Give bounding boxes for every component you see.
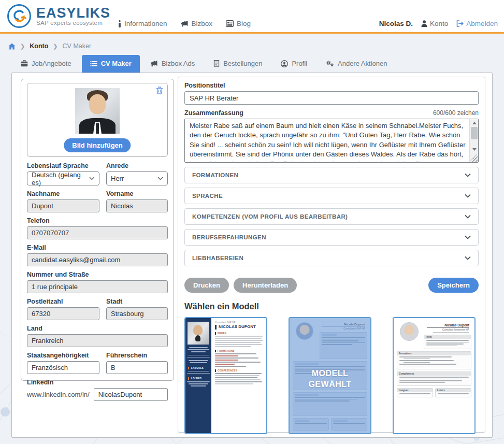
lastname-field[interactable] — [27, 199, 99, 212]
konto-link[interactable]: Konto — [421, 20, 448, 27]
accordion-kompetenzen[interactable]: KOMPETENZEN (VOM PROFIL AUS BEARBEITBAR) — [184, 208, 479, 225]
summary-char-counter: 600/600 zeichen — [433, 109, 479, 117]
newspaper-icon — [226, 20, 234, 27]
scroll-up-arrow[interactable] — [470, 119, 479, 127]
tab-label: Bizbox Ads — [162, 60, 195, 67]
street-field[interactable] — [27, 280, 168, 293]
photo-box: Bild hinzufügen — [27, 83, 168, 157]
cv-language-label: Lebenslauf Sprache — [27, 162, 99, 169]
download-button[interactable]: Herunterladen — [234, 278, 297, 293]
breadcrumb-current: CV Maker — [63, 42, 92, 50]
accordion-sprache[interactable]: SPRACHE — [184, 188, 479, 204]
phone-label: Telefon — [27, 217, 168, 224]
tab-jobangebote[interactable]: JobAngebote — [12, 55, 80, 73]
breadcrumb: ❯ Konto ❯ CV Maker — [8, 42, 91, 50]
save-button[interactable]: Speichern — [428, 278, 479, 293]
scrollbar-thumb[interactable] — [471, 127, 478, 139]
cv-language-value: Deutsch (gelang es) — [32, 171, 89, 187]
accordion-berufserfahrungen[interactable]: BERUFSERFAHRUNGEN — [184, 229, 479, 246]
nav-label: Informationen — [124, 20, 167, 27]
tab-bestellungen[interactable]: Bestellungen — [205, 55, 270, 73]
model1-section-langues: LANGUES — [188, 367, 209, 369]
country-field[interactable] — [27, 334, 168, 347]
tab-profil[interactable]: Profil — [272, 55, 315, 73]
nav-blog[interactable]: Blog — [226, 20, 251, 27]
nationality-field[interactable] — [27, 361, 99, 374]
city-field[interactable] — [106, 307, 168, 320]
phone-field[interactable] — [27, 226, 168, 239]
konto-label: Konto — [430, 20, 448, 27]
cv-model-3[interactable]: Nicolas Dupont Consultant fonctionnel HR… — [393, 317, 476, 434]
accordion-title: SPRACHE — [192, 193, 223, 199]
cv-language-select[interactable]: Deutsch (gelang es) — [27, 171, 99, 185]
content-panel: Bild hinzufügen Lebenslauf Sprache Deuts… — [11, 73, 493, 438]
chevron-down-icon — [465, 235, 471, 239]
accordion-formationen[interactable]: FORMATIONEN — [184, 167, 479, 183]
license-field[interactable] — [106, 361, 168, 374]
nav-informationen[interactable]: Informationen — [118, 20, 167, 27]
add-photo-button[interactable]: Bild hinzufügen — [64, 138, 131, 152]
email-field[interactable] — [27, 253, 168, 266]
model1-photo — [188, 322, 209, 345]
top-nav: Informationen Bizbox Blog — [118, 20, 251, 27]
linkedin-field[interactable] — [94, 388, 168, 401]
zip-field[interactable] — [27, 307, 99, 320]
abmelden-label: Abmelden — [466, 20, 498, 27]
accordion-title: KOMPETENZEN (VOM PROFIL AUS BEARBEITBAR) — [192, 213, 348, 220]
nav-bizbox[interactable]: Bizbox — [181, 20, 213, 27]
resize-grip[interactable] — [470, 154, 478, 162]
tab-label: CV Maker — [101, 60, 132, 67]
profile-photo — [75, 88, 120, 134]
signout-icon — [456, 20, 464, 27]
salutation-select[interactable]: Herr — [106, 171, 168, 185]
briefcase-icon — [21, 60, 28, 67]
cv-editor-card: Positionstitel Zusammenfassung 600/600 z… — [178, 77, 485, 433]
print-button[interactable]: Drucken — [184, 278, 229, 293]
model3-competences-box: Compétences — [397, 371, 471, 386]
nav-label: Bizbox — [192, 20, 213, 27]
position-field[interactable] — [184, 91, 479, 105]
chevron-down-icon — [157, 177, 163, 180]
model-selected-label: MODELL GEWÄHLT — [290, 361, 370, 390]
nav-label: Blog — [237, 20, 251, 27]
tab-andere-aktionen[interactable]: Andere Aktionen — [318, 55, 395, 73]
tab-bizbox-ads[interactable]: Bizbox Ads — [142, 55, 203, 73]
model1-section-loisirs: LOISIRS — [188, 377, 209, 380]
delete-photo-button[interactable] — [156, 87, 163, 94]
model3-section-title: Formations — [397, 352, 471, 355]
home-icon[interactable] — [8, 43, 16, 50]
tab-label: Profil — [292, 60, 307, 67]
breadcrumb-konto[interactable]: Konto — [30, 42, 48, 50]
receipt-icon — [213, 60, 220, 67]
scroll-down-arrow[interactable] — [470, 146, 479, 153]
models-row: LANGUES LOISIRS Consultant SAP HR NICOLA… — [184, 317, 479, 434]
zip-label: Postleitzahl — [27, 298, 99, 305]
accordion-liebhabereien[interactable]: LIEBHABEREIEN — [184, 250, 479, 266]
tab-cv-maker[interactable]: CV Maker — [82, 55, 140, 73]
personal-info-card: Bild hinzufügen Lebenslauf Sprache Deuts… — [21, 79, 174, 381]
list-icon — [90, 61, 97, 67]
user-area: Nicolas D. Konto Abmelden — [379, 20, 498, 27]
brand-tagline: SAP experts ecosystem — [36, 20, 110, 26]
user-name: Nicolas D. — [379, 20, 413, 27]
brand-logo[interactable]: EASYLIKS SAP experts ecosystem — [7, 4, 110, 28]
firstname-field[interactable] — [106, 199, 168, 212]
summary-textarea[interactable]: Meister Rabe saß auf einem Baum und hiel… — [184, 119, 479, 163]
city-label: Stadt — [106, 298, 168, 305]
breadcrumb-separator: ❯ — [20, 43, 25, 50]
abmelden-link[interactable]: Abmelden — [456, 20, 498, 27]
model3-section-title: Profil — [424, 335, 471, 339]
easyliks-logo-icon — [7, 4, 31, 28]
info-icon — [118, 20, 121, 27]
model3-section-title: Compétences — [397, 372, 471, 376]
tab-label: JobAngebote — [32, 60, 71, 67]
linkedin-prefix: www.linkedin.com/in/ — [27, 391, 90, 398]
model-selected-overlay: MODELL GEWÄHLT — [290, 318, 370, 433]
megaphone-icon — [150, 60, 158, 67]
summary-text: Meister Rabe saß auf einem Baum und hiel… — [185, 119, 469, 162]
cv-model-2-selected[interactable]: Nicole Dupont Consultante SAP HR — [289, 317, 371, 434]
cv-model-1[interactable]: LANGUES LOISIRS Consultant SAP HR NICOLA… — [184, 317, 267, 434]
app-header: EASYLIKS SAP experts ecosystem Informati… — [0, 0, 504, 34]
gears-icon — [326, 60, 334, 67]
salutation-label: Anrede — [106, 162, 168, 169]
